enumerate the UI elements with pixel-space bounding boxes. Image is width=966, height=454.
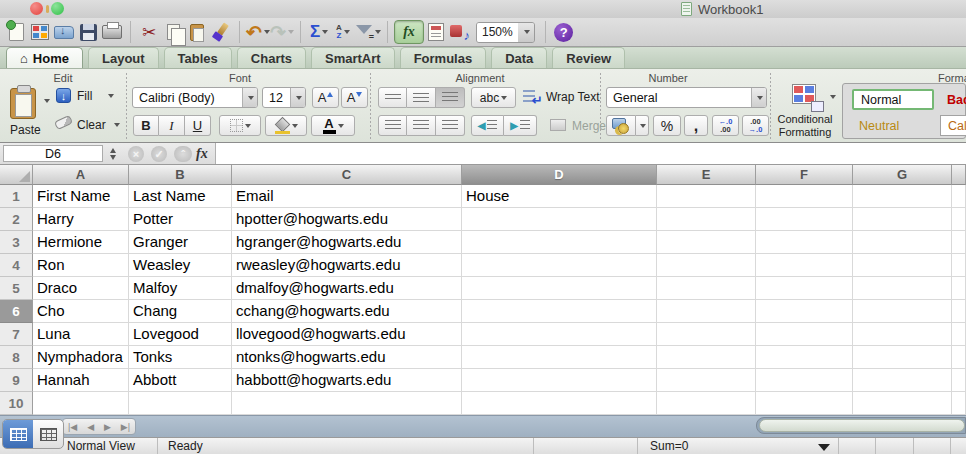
copy-button[interactable] (161, 20, 185, 44)
row-header-7[interactable]: 7 (0, 323, 33, 346)
cell[interactable]: Weasley (129, 254, 232, 277)
cell[interactable]: llovegood@hogwarts.edu (232, 323, 462, 346)
align-left-button[interactable] (378, 115, 407, 136)
cell[interactable] (952, 208, 966, 231)
cell[interactable] (952, 231, 966, 254)
workbook-gallery-button[interactable] (28, 20, 52, 44)
confirm-entry-button[interactable]: ✓ (151, 146, 167, 162)
cell[interactable] (952, 369, 966, 392)
redo-button[interactable]: ↷ (270, 20, 294, 44)
cell[interactable]: Chang (129, 300, 232, 323)
align-top-button[interactable] (378, 87, 407, 108)
sort-dropdown[interactable] (344, 30, 350, 34)
row-header-8[interactable]: 8 (0, 346, 33, 369)
cell[interactable] (657, 392, 756, 415)
cell[interactable]: Nymphadora (33, 346, 129, 369)
cell[interactable]: Harry (33, 208, 129, 231)
style-neutral[interactable]: Neutral (852, 115, 906, 136)
page-layout-view-button[interactable] (33, 420, 63, 448)
filter-button[interactable] (355, 20, 381, 44)
fill-color-button[interactable] (265, 115, 307, 136)
row-header-1[interactable]: 1 (0, 185, 33, 208)
conditional-formatting-dropdown[interactable] (830, 95, 836, 99)
last-sheet-button[interactable]: ▶| (121, 422, 130, 432)
cell[interactable]: Malfoy (129, 277, 232, 300)
cell[interactable] (657, 323, 756, 346)
row-header-4[interactable]: 4 (0, 254, 33, 277)
cell[interactable]: Granger (129, 231, 232, 254)
formula-input[interactable] (215, 143, 966, 164)
currency-dropdown[interactable] (636, 115, 649, 136)
open-button[interactable] (52, 20, 76, 44)
cell[interactable] (853, 346, 952, 369)
tab-charts[interactable]: Charts (237, 47, 306, 68)
cell[interactable] (462, 231, 657, 254)
cell[interactable] (756, 254, 853, 277)
cell[interactable]: Email (232, 185, 462, 208)
cell[interactable]: Hannah (33, 369, 129, 392)
cell[interactable]: Lovegood (129, 323, 232, 346)
cell[interactable]: Last Name (129, 185, 232, 208)
column-header-a[interactable]: A (33, 165, 129, 185)
cell[interactable] (853, 369, 952, 392)
cell[interactable] (657, 254, 756, 277)
prev-sheet-button[interactable]: ◀ (87, 422, 94, 432)
align-middle-button[interactable] (407, 87, 436, 108)
cell[interactable] (853, 300, 952, 323)
align-right-button[interactable] (436, 115, 465, 136)
italic-button[interactable]: I (159, 115, 185, 136)
wrap-text-button[interactable] (523, 89, 541, 105)
align-center-button[interactable] (407, 115, 436, 136)
cell[interactable] (756, 323, 853, 346)
media-browser-button[interactable] (448, 20, 472, 44)
format-painter-button[interactable] (209, 20, 233, 44)
align-bottom-button[interactable] (436, 87, 465, 108)
comma-format-button[interactable]: , (684, 115, 708, 136)
merge-button[interactable] (550, 119, 566, 131)
cell[interactable] (853, 323, 952, 346)
cell[interactable] (756, 300, 853, 323)
column-header-b[interactable]: B (129, 165, 232, 185)
cell[interactable]: ntonks@hogwarts.edu (232, 346, 462, 369)
row-header-10[interactable]: 10 (0, 392, 33, 415)
row-header-6[interactable]: 6 (0, 300, 33, 323)
cell[interactable] (952, 392, 966, 415)
cell[interactable] (657, 277, 756, 300)
next-sheet-button[interactable]: ▶ (104, 422, 111, 432)
cell[interactable]: Cho (33, 300, 129, 323)
borders-button[interactable] (219, 115, 261, 136)
row-header-3[interactable]: 3 (0, 231, 33, 254)
shrink-font-button[interactable]: A (341, 87, 368, 108)
fill-dropdown[interactable] (108, 94, 114, 98)
name-box[interactable]: D6 (3, 145, 103, 162)
cell[interactable] (952, 346, 966, 369)
column-header-e[interactable]: E (657, 165, 756, 185)
cell[interactable] (462, 277, 657, 300)
style-calculation[interactable]: Calculation (940, 115, 966, 136)
tab-layout[interactable]: Layout (88, 47, 159, 68)
close-window-button[interactable] (30, 2, 43, 15)
tab-tables[interactable]: Tables (164, 47, 232, 68)
number-format-select[interactable]: General (606, 87, 767, 108)
currency-format-button[interactable] (606, 115, 636, 136)
zoom-dropdown[interactable] (518, 23, 534, 42)
cell[interactable] (462, 323, 657, 346)
cell[interactable]: Draco (33, 277, 129, 300)
cell[interactable] (853, 185, 952, 208)
orientation-button[interactable]: abc (471, 87, 516, 108)
cell[interactable] (33, 392, 129, 415)
cell[interactable] (853, 208, 952, 231)
column-header-partial[interactable] (952, 165, 966, 185)
normal-view-button[interactable] (3, 420, 33, 448)
cell[interactable] (853, 254, 952, 277)
cell[interactable]: habbott@hogwarts.edu (232, 369, 462, 392)
bold-button[interactable]: B (133, 115, 159, 136)
increase-indent-button[interactable]: ▶ (504, 115, 537, 136)
cell[interactable] (657, 231, 756, 254)
cell[interactable] (657, 369, 756, 392)
clear-dropdown[interactable] (114, 123, 120, 127)
filter-dropdown[interactable] (375, 30, 381, 34)
decrease-decimal-button[interactable]: .00→.0 (742, 115, 769, 136)
tab-data[interactable]: Data (491, 47, 547, 68)
font-family-dropdown[interactable] (242, 88, 257, 107)
